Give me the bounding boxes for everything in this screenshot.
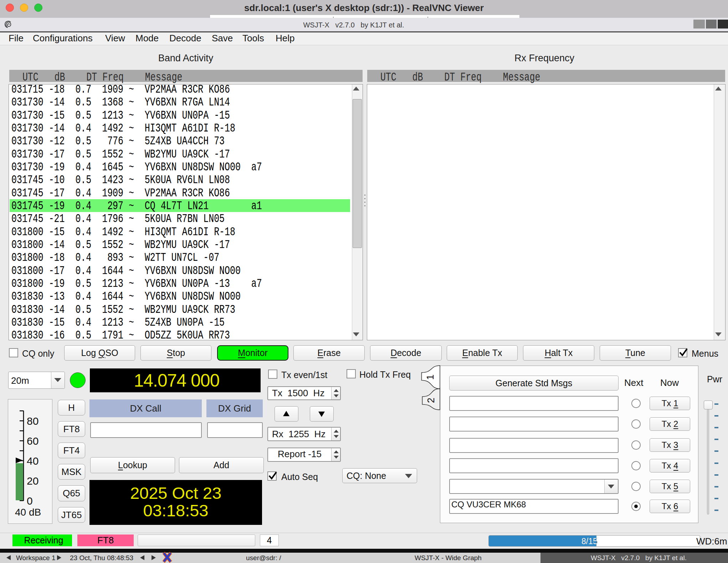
svg-text:60: 60 — [27, 435, 39, 447]
svg-text:40: 40 — [27, 455, 39, 467]
svg-text:20: 20 — [27, 475, 39, 487]
svg-text:1: 1 — [425, 375, 436, 380]
svg-text:40 dB: 40 dB — [15, 507, 41, 518]
svg-text:80: 80 — [27, 415, 39, 427]
svg-text:2: 2 — [426, 398, 436, 403]
svg-text:0: 0 — [27, 495, 33, 507]
